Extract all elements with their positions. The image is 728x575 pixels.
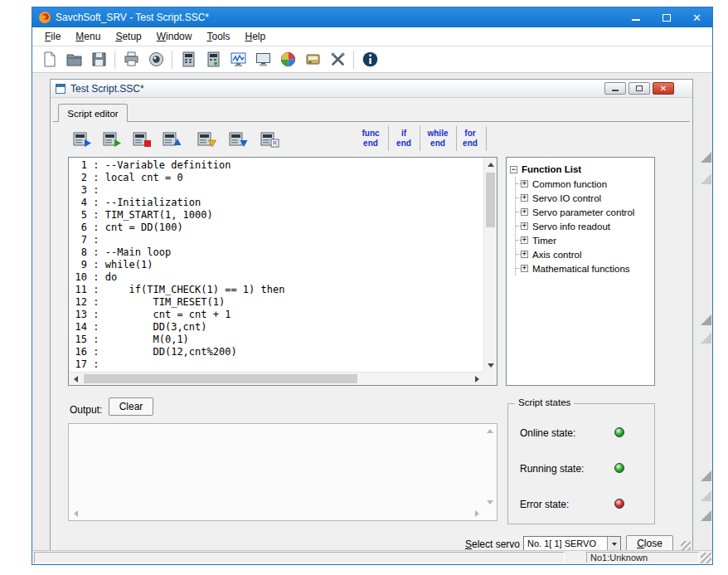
scroll-down-icon[interactable]: [483, 495, 497, 509]
tuning-wheel-icon[interactable]: [275, 48, 300, 71]
expand-icon[interactable]: +: [521, 222, 528, 230]
green-led-indicator: [614, 427, 624, 437]
minimize-button[interactable]: [620, 7, 651, 27]
scroll-down-icon[interactable]: [484, 358, 497, 372]
expand-icon[interactable]: +: [521, 194, 528, 202]
expand-icon[interactable]: +: [521, 251, 528, 258]
child-resize-grip[interactable]: [681, 541, 691, 550]
servo-select-value: No. 1[ 1] SERVO: [527, 537, 596, 550]
script-run-icon[interactable]: [99, 128, 125, 150]
open-folder-icon[interactable]: [61, 48, 86, 71]
decoration-triangle: [701, 510, 711, 521]
scroll-right-icon[interactable]: [470, 373, 483, 386]
child-minimize-button[interactable]: [604, 82, 626, 95]
tab-script-editor[interactable]: Script editor: [58, 104, 128, 122]
editor-send-icon[interactable]: [225, 128, 251, 150]
scrollbar-corner: [483, 372, 497, 385]
new-document-icon[interactable]: [36, 48, 61, 71]
red-led-indicator: [614, 499, 624, 509]
snippet-separator: [420, 126, 420, 151]
servo-select-dropdown[interactable]: No. 1[ 1] SERVO: [523, 536, 621, 550]
preview-eye-icon[interactable]: [143, 48, 168, 71]
scroll-left-icon[interactable]: [69, 507, 82, 520]
expand-icon[interactable]: +: [521, 265, 528, 272]
horizontal-scroll-thumb[interactable]: [84, 374, 357, 383]
dropdown-button[interactable]: [607, 537, 620, 550]
scroll-left-icon[interactable]: [69, 373, 82, 386]
tree-root-function-list[interactable]: −Function List: [510, 162, 653, 177]
child-window-title: Test Script.SSC*: [70, 83, 144, 95]
function-list-tree[interactable]: −Function List+Common function+Servo IO …: [506, 157, 655, 386]
group-legend: Script states: [515, 397, 574, 407]
child-close-button[interactable]: ✕: [653, 82, 674, 95]
servo-panel-icon[interactable]: [176, 48, 201, 71]
script-states-group: Script states Online state:Running state…: [507, 403, 655, 524]
tree-item-mathematical-functions[interactable]: +Mathematical functions: [516, 261, 653, 275]
app-logo-icon: [38, 11, 51, 24]
tree-item-common-function[interactable]: +Common function: [516, 177, 653, 191]
editor-registers-icon[interactable]: R: [256, 128, 283, 150]
script-stop-icon[interactable]: [129, 128, 155, 150]
close-button[interactable]: ✕: [682, 7, 712, 27]
menu-item-setup[interactable]: Setup: [108, 28, 148, 45]
scroll-up-icon[interactable]: [483, 424, 497, 437]
scroll-right-icon[interactable]: [470, 507, 483, 520]
minimize-icon: [632, 19, 640, 21]
collapse-icon[interactable]: −: [510, 166, 517, 173]
print-icon[interactable]: [119, 48, 143, 71]
editor-horizontal-scrollbar[interactable]: [69, 372, 483, 385]
code-editor[interactable]: 1 : --Variable definition2 : local cnt =…: [68, 157, 497, 386]
resize-grip[interactable]: [701, 553, 711, 563]
snippet-separator: [486, 126, 487, 151]
tree-item-axis-control[interactable]: +Axis control: [516, 247, 653, 261]
toolbar-separator: [114, 51, 115, 69]
close-window-button[interactable]: Close: [626, 535, 673, 550]
snippet-for-end-button[interactable]: forend: [457, 126, 483, 151]
child-maximize-button[interactable]: [629, 82, 650, 95]
snippet-if-end-button[interactable]: ifend: [391, 126, 417, 151]
tree-item-servo-parameter-control[interactable]: +Servo parameter control: [516, 205, 653, 219]
menu-item-help[interactable]: Help: [237, 28, 273, 45]
title-bar[interactable]: SavchSoft_SRV - Test Script.SSC* ✕: [32, 7, 712, 27]
monitor-icon[interactable]: [250, 48, 275, 71]
script-download-icon[interactable]: [193, 128, 220, 150]
output-label: Output:: [70, 404, 102, 416]
tools-icon[interactable]: [325, 48, 350, 71]
info-icon[interactable]: [357, 48, 382, 71]
menu-item-menu[interactable]: Menu: [68, 28, 108, 45]
svg-text:R: R: [273, 140, 277, 146]
expand-icon[interactable]: +: [521, 180, 528, 188]
menu-item-tools[interactable]: Tools: [199, 28, 237, 45]
code-line: 6 : cnt = DD(100): [69, 222, 483, 234]
save-icon[interactable]: [86, 48, 111, 71]
maximize-button[interactable]: [651, 7, 682, 27]
expand-icon[interactable]: +: [521, 236, 528, 244]
snippet-while-end-button[interactable]: whileend: [422, 126, 454, 151]
snippet-func-end-button[interactable]: funcend: [356, 126, 386, 151]
decoration-triangle: [701, 152, 711, 163]
status-bar: No1:Unknown: [32, 550, 712, 564]
child-title-bar[interactable]: Test Script.SSC* ✕: [51, 80, 692, 98]
mdi-client-area: Test Script.SSC* ✕ Script editor Rfuncen…: [32, 74, 712, 550]
scroll-up-icon[interactable]: [484, 158, 497, 171]
vertical-scroll-thumb[interactable]: [486, 173, 495, 227]
main-window: SavchSoft_SRV - Test Script.SSC* ✕ FileM…: [32, 7, 713, 565]
script-verify-icon[interactable]: [69, 128, 95, 150]
menu-item-file[interactable]: File: [37, 28, 68, 45]
clear-button[interactable]: Clear: [109, 397, 153, 416]
tree-item-timer[interactable]: +Timer: [516, 233, 653, 247]
tab-page-border: [53, 121, 690, 122]
waveform-scope-icon[interactable]: [226, 48, 250, 71]
device-icon[interactable]: [300, 48, 325, 71]
tree-item-servo-io-control[interactable]: +Servo IO control: [516, 191, 653, 205]
state-row: Error state:: [520, 499, 646, 510]
menu-bar: FileMenuSetupWindowToolsHelp: [32, 27, 712, 46]
editor-vertical-scrollbar[interactable]: [483, 158, 497, 372]
script-upload-icon[interactable]: [158, 128, 185, 150]
output-panel[interactable]: [68, 423, 497, 521]
servo-panel-alt-icon[interactable]: [201, 48, 226, 71]
code-line: 15 : M(0,1): [69, 334, 483, 346]
expand-icon[interactable]: +: [521, 208, 528, 216]
tree-item-servo-info-readout[interactable]: +Servo info readout: [516, 219, 653, 233]
menu-item-window[interactable]: Window: [149, 28, 200, 45]
